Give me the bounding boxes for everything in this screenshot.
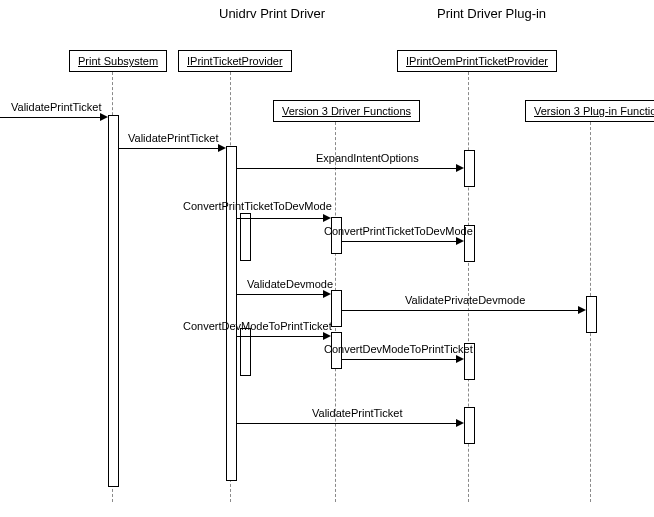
msg-convertpt2dm-2: ConvertPrintTicketToDevMode (324, 225, 473, 237)
arrow-m4 (342, 241, 458, 242)
participant-print-subsystem: Print Subsystem (69, 50, 167, 72)
activation-iprinttktprov-nested-1 (240, 213, 251, 261)
msg-convertpt2dm-1: ConvertPrintTicketToDevMode (183, 200, 332, 212)
activation-v3-plugin (586, 296, 597, 333)
arrowhead-m1 (218, 144, 226, 152)
group-title-unidrv: Unidrv Print Driver (219, 6, 325, 21)
arrow-m3 (237, 218, 325, 219)
arrowhead-m5 (323, 290, 331, 298)
activation-iprinttktprov (226, 146, 237, 481)
arrow-m2 (237, 168, 458, 169)
arrowhead-m0 (100, 113, 108, 121)
arrowhead-m6 (578, 306, 586, 314)
activation-print-subsystem (108, 115, 119, 487)
msg-validateprintticket-2: ValidatePrintTicket (312, 407, 402, 419)
arrow-m9 (237, 423, 458, 424)
activation-v3-driver-2 (331, 290, 342, 327)
participant-v3-plugin: Version 3 Plug-in Functions (525, 100, 654, 122)
msg-validatedevmode: ValidateDevmode (247, 278, 333, 290)
arrow-m0 (0, 117, 102, 118)
arrowhead-m4 (456, 237, 464, 245)
activation-iprintoem-1 (464, 150, 475, 187)
arrowhead-m9 (456, 419, 464, 427)
arrow-m8 (342, 359, 458, 360)
msg-validateprintticket-ext: ValidatePrintTicket (11, 101, 101, 113)
msg-validateprivatedevmode: ValidatePrivateDevmode (405, 294, 525, 306)
participant-v3-driver: Version 3 Driver Functions (273, 100, 420, 122)
arrow-m6 (342, 310, 580, 311)
participant-iprintoem: IPrintOemPrintTicketProvider (397, 50, 557, 72)
arrowhead-m2 (456, 164, 464, 172)
msg-expandintentoptions: ExpandIntentOptions (316, 152, 419, 164)
arrow-m5 (237, 294, 325, 295)
msg-convertdm2pt-2: ConvertDevModeToPrintTicket (324, 343, 473, 355)
arrowhead-m8 (456, 355, 464, 363)
arrow-m1 (119, 148, 220, 149)
msg-convertdm2pt-1: ConvertDevModeToPrintTicket (183, 320, 332, 332)
arrowhead-m3 (323, 214, 331, 222)
arrow-m7 (237, 336, 325, 337)
sequence-diagram: Unidrv Print Driver Print Driver Plug-in… (0, 0, 654, 517)
msg-validateprintticket-1: ValidatePrintTicket (128, 132, 218, 144)
activation-iprintoem-4 (464, 407, 475, 444)
group-title-plugin: Print Driver Plug-in (437, 6, 546, 21)
participant-iprinttktprov: IPrintTicketProvider (178, 50, 292, 72)
arrowhead-m7 (323, 332, 331, 340)
